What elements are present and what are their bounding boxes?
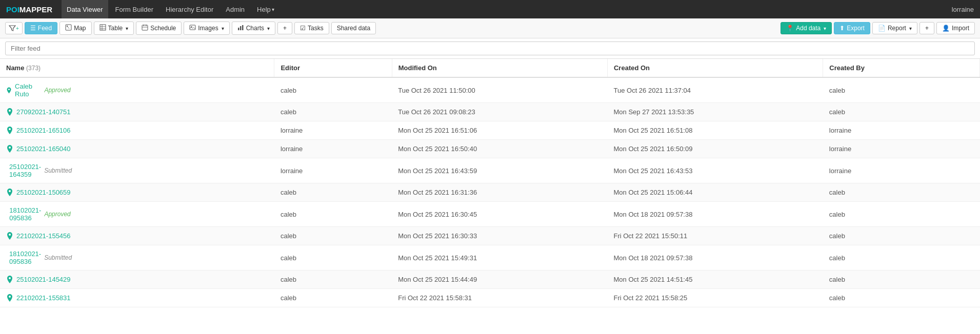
editor-cell: caleb [274, 202, 392, 227]
status-badge: Submitted [44, 254, 72, 261]
table-row[interactable]: 27092021-140751calebTue Oct 26 2021 09:0… [0, 103, 980, 121]
table-row[interactable]: 18102021-095836SubmittedcalebMon Oct 25 … [0, 245, 980, 270]
table-row[interactable]: 25102021-150659calebMon Oct 25 2021 16:3… [0, 183, 980, 202]
table-button[interactable]: Table [94, 22, 134, 35]
add-data-button[interactable]: 📍 Add data [781, 22, 832, 34]
svg-point-24 [9, 277, 11, 279]
nav-form-builder[interactable]: Form Builder [110, 0, 158, 18]
modified-on-cell: Tue Oct 26 2021 11:50:00 [392, 77, 607, 103]
record-name-link[interactable]: 18102021-095836 [9, 250, 41, 265]
created-on-cell: Fri Oct 22 2021 15:58:25 [607, 289, 823, 307]
created-on-cell: Mon Oct 18 2021 09:57:38 [607, 202, 823, 227]
add-col-button[interactable]: + [919, 22, 934, 34]
table-icon [99, 24, 106, 32]
record-name-link[interactable]: Caleb Ruto [15, 82, 41, 98]
nav-data-viewer[interactable]: Data Viewer [62, 0, 108, 18]
logo-poi: POI [6, 5, 19, 14]
editor-cell: caleb [274, 227, 392, 245]
created-on-cell: Mon Sep 27 2021 13:53:35 [607, 103, 823, 121]
export-icon: ⬆ [839, 25, 845, 32]
svg-point-17 [9, 128, 11, 130]
editor-cell: caleb [274, 77, 392, 103]
col-header-created-by[interactable]: Created By [823, 59, 980, 77]
map-button[interactable]: Map [59, 22, 91, 35]
col-header-created-on[interactable]: Created On [607, 59, 823, 77]
col-header-modified[interactable]: Modified On [392, 59, 607, 77]
table-row[interactable]: 22102021-155831calebFri Oct 22 2021 15:5… [0, 289, 980, 307]
record-name-link[interactable]: 22102021-155831 [16, 294, 71, 302]
editor-cell: lorraine [274, 121, 392, 140]
nav-hierarchy-editor[interactable]: Hierarchy Editor [161, 0, 218, 18]
svg-point-16 [9, 110, 11, 112]
filter-icon-plus: + [16, 26, 19, 31]
created-on-cell: Fri Oct 22 2021 15:50:11 [607, 227, 823, 245]
svg-rect-2 [100, 25, 106, 30]
filter-button[interactable]: + [5, 22, 23, 34]
nav-admin[interactable]: Admin [221, 0, 250, 18]
modified-on-cell: Mon Oct 25 2021 16:30:33 [392, 227, 607, 245]
nav-help[interactable]: Help▾ [252, 0, 279, 18]
schedule-button[interactable]: Schedule [136, 22, 182, 35]
tasks-button[interactable]: ☑ Tasks [294, 22, 329, 34]
report-icon: 📄 [878, 25, 886, 32]
modified-on-cell: Mon Oct 25 2021 15:49:31 [392, 245, 607, 270]
record-name-link[interactable]: 22102021-155456 [16, 232, 71, 240]
table-row[interactable]: 25102021-145429calebMon Oct 25 2021 15:4… [0, 270, 980, 289]
editor-cell: lorraine [274, 158, 392, 183]
images-button[interactable]: Images [184, 22, 229, 35]
editor-cell: caleb [274, 183, 392, 202]
record-name-link[interactable]: 25102021-165040 [16, 145, 71, 153]
toolbar-right: 📍 Add data ⬆ Export 📄 Report + 👤 Import [781, 22, 975, 34]
created-by-cell: caleb [823, 270, 980, 289]
report-button[interactable]: 📄 Report [872, 22, 917, 34]
modified-on-cell: Mon Oct 25 2021 16:43:59 [392, 158, 607, 183]
add-view-button[interactable]: + [277, 22, 292, 34]
table-row[interactable]: 25102021-165106lorraineMon Oct 25 2021 1… [0, 121, 980, 140]
table-row[interactable]: 18102021-095836ApprovedcalebMon Oct 25 2… [0, 202, 980, 227]
import-button[interactable]: 👤 Import [936, 22, 975, 34]
map-pin-icon [6, 86, 12, 95]
images-icon [189, 24, 196, 32]
shared-data-button[interactable]: Shared data [331, 22, 376, 34]
table-row[interactable]: 25102021-165040lorraineMon Oct 25 2021 1… [0, 140, 980, 158]
col-header-name[interactable]: Name (373) [0, 59, 274, 77]
col-header-editor[interactable]: Editor [274, 59, 392, 77]
modified-on-cell: Mon Oct 25 2021 16:31:36 [392, 183, 607, 202]
toolbar-left: + ☰ Feed Map Table Schedule [5, 22, 778, 35]
map-pin-icon [6, 232, 13, 240]
filter-input[interactable] [5, 41, 975, 55]
tasks-icon: ☑ [300, 25, 306, 32]
record-name-link[interactable]: 25102021-150659 [16, 189, 71, 196]
logo[interactable]: POIMAPPER [6, 5, 52, 14]
map-pin-icon [6, 294, 13, 302]
map-pin-icon [6, 275, 13, 284]
record-name-link[interactable]: 18102021-095836 [9, 206, 41, 222]
record-name-link[interactable]: 25102021-145429 [16, 276, 71, 283]
created-on-cell: Mon Oct 25 2021 16:43:53 [607, 158, 823, 183]
feed-button[interactable]: ☰ Feed [25, 22, 57, 34]
table-body: Caleb RutoApprovedcalebTue Oct 26 2021 1… [0, 77, 980, 307]
data-table: Name (373) Editor Modified On Created On… [0, 59, 980, 307]
import-icon: 👤 [942, 25, 950, 32]
record-name-link[interactable]: 25102021-165106 [16, 127, 71, 134]
map-pin-icon [6, 188, 13, 197]
created-by-cell: caleb [823, 245, 980, 270]
created-on-cell: Mon Oct 25 2021 14:51:45 [607, 270, 823, 289]
created-by-cell: caleb [823, 183, 980, 202]
record-name-link[interactable]: 27092021-140751 [16, 108, 71, 116]
modified-on-cell: Mon Oct 25 2021 15:44:49 [392, 270, 607, 289]
table-row[interactable]: 25102021-164359SubmittedlorraineMon Oct … [0, 158, 980, 183]
status-badge: Approved [44, 87, 70, 94]
record-name-link[interactable]: 25102021-164359 [9, 163, 41, 178]
created-by-cell: caleb [823, 227, 980, 245]
user-menu[interactable]: lorraine [952, 6, 974, 13]
modified-on-cell: Mon Oct 25 2021 16:50:40 [392, 140, 607, 158]
map-icon [65, 24, 72, 32]
export-button[interactable]: ⬆ Export [834, 22, 870, 34]
table-row[interactable]: 22102021-155456calebMon Oct 25 2021 16:3… [0, 227, 980, 245]
editor-cell: lorraine [274, 140, 392, 158]
table-row[interactable]: Caleb RutoApprovedcalebTue Oct 26 2021 1… [0, 77, 980, 103]
charts-button[interactable]: Charts [232, 22, 275, 35]
editor-cell: caleb [274, 245, 392, 270]
created-on-cell: Tue Oct 26 2021 11:37:04 [607, 77, 823, 103]
